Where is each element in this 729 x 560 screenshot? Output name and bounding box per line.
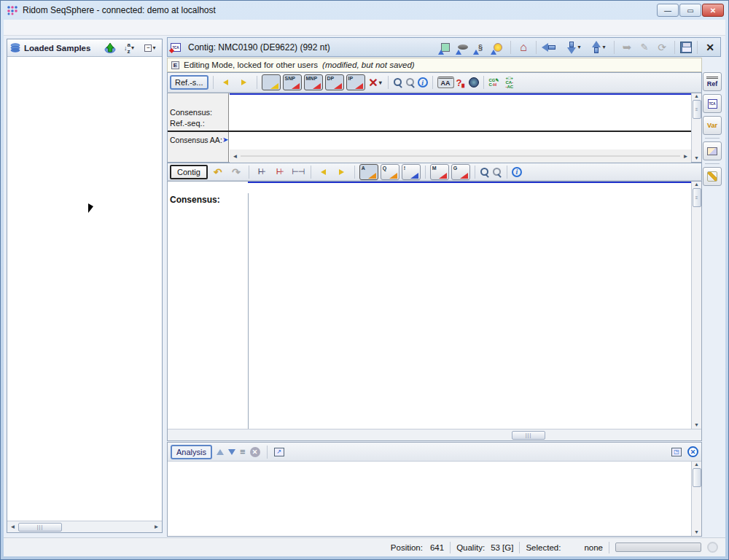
scroll-up-icon[interactable]: ▲ — [694, 462, 699, 467]
undo-icon[interactable]: ↶ — [210, 164, 226, 180]
highlight-pen-button[interactable] — [262, 74, 281, 90]
import-samples-icon[interactable] — [104, 41, 117, 55]
forward-icon[interactable]: ➥ — [620, 40, 634, 55]
clear-highlight-icon[interactable]: ✕▾ — [367, 74, 383, 90]
maximize-button[interactable]: ▭ — [679, 4, 701, 17]
contig-zoom-in-icon[interactable] — [480, 167, 490, 177]
ref-view-button[interactable]: Ref — [703, 72, 722, 91]
ref-selector-button[interactable]: Ref.-s... — [170, 75, 208, 90]
scroll-down-icon[interactable]: ▼ — [694, 422, 699, 427]
contig-zoom-out-icon[interactable] — [492, 167, 502, 177]
analysis-tab[interactable]: Analysis — [171, 445, 212, 459]
analysis-panel: Analysis ≡ ✕ ↗ ◳ ✕ ▲ ▼ — [167, 442, 702, 537]
reference-overview-slider[interactable]: ◄ ► — [230, 149, 691, 163]
slider-left-icon[interactable]: ◄ — [230, 151, 241, 161]
sort-icon[interactable]: ↓az▾ — [120, 41, 138, 55]
quality-pen-button[interactable]: Q — [381, 164, 399, 180]
contig-vertical-scrollbar[interactable]: ▲ ≡ ▼ — [691, 182, 701, 429]
g-pen-button[interactable]: G — [451, 164, 470, 180]
snp-pen-button[interactable]: SNP — [283, 74, 302, 90]
progress-bar — [615, 542, 701, 552]
info-icon[interactable]: i — [418, 77, 428, 88]
scroll-down-icon[interactable]: ▼ — [694, 529, 699, 534]
back-icon[interactable] — [542, 41, 559, 54]
prev-problem-icon[interactable]: ▾ — [587, 40, 609, 55]
scroll-right-icon[interactable]: ► — [151, 522, 162, 532]
refresh-icon[interactable]: ⟳ — [655, 40, 669, 55]
export-icon[interactable]: ↗ — [274, 448, 284, 456]
loaded-samples-panel: Loaded Samples ↓az▾ −▾ ◄ ||| ► — [7, 39, 163, 533]
banner-note: (modified, but not saved) — [322, 61, 415, 69]
scroll-thumb[interactable] — [693, 468, 701, 487]
trim-left-icon[interactable]: Ⱶ⊦ — [254, 164, 270, 180]
zoom-out-icon[interactable] — [405, 77, 416, 88]
next-problem-icon[interactable]: ▾ — [562, 40, 584, 55]
scroll-up-icon[interactable]: ▲ — [694, 93, 699, 98]
banner-text: Editing Mode, locked for other users — [184, 61, 318, 69]
ambiguity-icon[interactable]: ?▖ — [456, 77, 467, 88]
codon-edit-icon[interactable]: CG✎C-H — [488, 78, 499, 87]
save-icon[interactable] — [680, 42, 692, 53]
scroll-thumb[interactable]: ||| — [18, 523, 62, 532]
m-pen-button[interactable]: M — [430, 164, 449, 180]
mnp-pen-button[interactable]: MNP — [304, 74, 323, 90]
analysis-vertical-scrollbar[interactable]: ▲ ▼ — [691, 462, 701, 536]
align-pen-button[interactable]: A — [359, 164, 378, 180]
edit-icon[interactable]: ✎ — [637, 40, 652, 55]
contig-title: Contig: NMC0190 (DE9622) (992 nt) — [188, 42, 330, 52]
globe-icon[interactable] — [469, 77, 479, 88]
dp-pen-button[interactable]: DP — [325, 74, 344, 90]
minimize-button[interactable]: — — [657, 4, 679, 17]
close-contig-icon[interactable]: ✕ — [703, 40, 717, 55]
scroll-thumb[interactable]: ||| — [512, 431, 545, 440]
var-view-button[interactable]: Var — [703, 116, 722, 135]
collapse-all-icon[interactable]: −▾ — [141, 41, 159, 55]
list-icon[interactable]: ≡ — [240, 446, 246, 457]
next-diff-contig-icon[interactable] — [334, 164, 350, 180]
chromatogram-view-button[interactable] — [703, 141, 722, 160]
title-bar: Ridom SeqSphere - connected: demo at loc… — [1, 1, 728, 20]
consensus-aa-row[interactable] — [168, 132, 691, 149]
reference-ruler[interactable] — [230, 93, 693, 105]
zoom-in-icon[interactable] — [393, 77, 403, 88]
prev-diff-icon[interactable] — [218, 74, 234, 90]
tree-horizontal-scrollbar[interactable]: ◄ ||| ► — [7, 521, 162, 532]
slider-right-icon[interactable]: ► — [680, 151, 691, 161]
send-target-icon[interactable] — [491, 40, 505, 55]
contig-selector-button[interactable]: Contig — [170, 165, 208, 179]
scroll-left-icon[interactable]: ◄ — [7, 522, 18, 532]
edit-view-button[interactable] — [703, 167, 722, 186]
tca-view-button[interactable]: TCA — [703, 94, 722, 113]
contig-horizontal-scrollbar[interactable]: ||| — [168, 429, 701, 440]
move-up-icon[interactable] — [217, 449, 224, 455]
send-table-icon[interactable] — [438, 40, 453, 55]
ip-pen-button[interactable]: IP — [346, 74, 365, 90]
move-down-icon[interactable] — [228, 449, 235, 455]
contig-info-icon[interactable]: i — [512, 167, 522, 177]
send-sample-icon[interactable] — [456, 40, 470, 55]
mouse-cursor — [88, 203, 93, 213]
close-analysis-icon[interactable]: ✕ — [687, 446, 698, 457]
scroll-down-icon[interactable]: ▼ — [694, 155, 699, 160]
trim-range-icon[interactable]: ⊢⊣ — [290, 164, 306, 180]
problem-pen-button[interactable]: ! — [402, 164, 421, 180]
redo-icon[interactable]: ↷ — [228, 164, 244, 180]
clear-icon[interactable]: ✕ — [250, 447, 260, 457]
status-lamp — [707, 542, 718, 553]
window-title: Ridom SeqSphere - connected: demo at loc… — [23, 5, 216, 15]
home-icon[interactable]: ⌂ — [516, 40, 531, 55]
scroll-thumb[interactable]: ≡ — [693, 100, 701, 119]
popout-icon[interactable]: ◳ — [671, 448, 682, 456]
reference-vertical-scrollbar[interactable]: ▲ ≡ ▼ — [691, 93, 701, 162]
send-sequence-icon[interactable]: § — [473, 40, 488, 55]
next-diff-icon[interactable] — [236, 74, 252, 90]
prev-diff-contig-icon[interactable] — [316, 164, 332, 180]
codon-translate-icon[interactable]: +□+CA--AC — [505, 76, 513, 89]
trim-marked-icon[interactable]: Ⱶ⊦ — [272, 164, 288, 180]
app-logo-icon — [7, 4, 18, 16]
contig-ruler[interactable] — [248, 182, 693, 193]
scroll-thumb[interactable]: ≡ — [693, 188, 701, 207]
scroll-up-icon[interactable]: ▲ — [694, 182, 699, 187]
close-button[interactable]: ✕ — [702, 4, 724, 17]
aa-ruler-button[interactable]: AA — [437, 77, 454, 88]
